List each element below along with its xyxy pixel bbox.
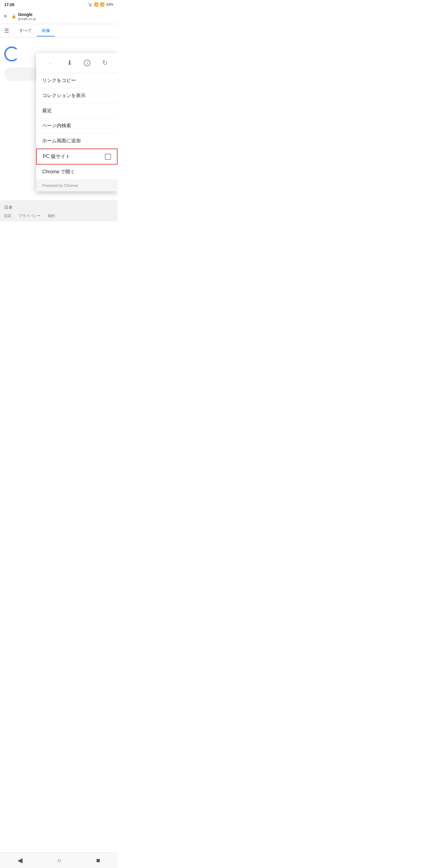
hamburger-icon[interactable]: ☰ bbox=[4, 27, 9, 34]
menu-item-show-collections-label: コレクションを表示 bbox=[42, 93, 86, 99]
menu-item-show-collections[interactable]: コレクションを表示 bbox=[36, 88, 118, 103]
privacy-link[interactable]: プライバシー bbox=[19, 213, 40, 218]
forward-icon[interactable]: → bbox=[44, 58, 55, 68]
terms-link[interactable]: 規約 bbox=[48, 213, 55, 218]
battery-level: 43% bbox=[106, 2, 113, 7]
menu-item-find-in-page[interactable]: ページ内検索 bbox=[36, 119, 118, 133]
lock-icon: 🔒 bbox=[11, 14, 16, 19]
menu-item-add-to-home-label: ホーム画面に追加 bbox=[42, 138, 81, 144]
tab-bar: ☰ すべて 画像 bbox=[0, 24, 118, 37]
status-time: 17:28 bbox=[4, 2, 14, 7]
google-logo-partial bbox=[4, 46, 19, 61]
dropdown-actions-row: → ⬇ i ↻ bbox=[36, 53, 118, 73]
menu-item-desktop-site[interactable]: PC 版サイト bbox=[36, 149, 118, 164]
tab-images[interactable]: 画像 bbox=[37, 25, 55, 36]
signal-icon: 📶 bbox=[100, 2, 104, 7]
menu-item-open-in-chrome[interactable]: Chrome で開く bbox=[36, 164, 118, 180]
footer-links: 設定 プライバシー 規約 bbox=[4, 213, 113, 218]
menu-item-desktop-site-label: PC 版サイト bbox=[43, 153, 70, 160]
page-title: Google bbox=[18, 12, 114, 17]
browser-header: × 🔒 Google google.co.jp bbox=[0, 8, 118, 24]
page-footer: 日本 設定 プライバシー 規約 bbox=[0, 200, 118, 221]
wifi-icon: 📶 bbox=[94, 2, 98, 7]
download-icon[interactable]: ⬇ bbox=[64, 58, 75, 68]
dropdown-menu: → ⬇ i ↻ リンクをコピー コレクションを表示 最近 ページ内検索 ホーム画… bbox=[36, 53, 118, 191]
menu-item-recent-label: 最近 bbox=[42, 107, 52, 114]
status-icons: 📡 📶 📶 43% bbox=[88, 2, 113, 7]
menu-item-add-to-home[interactable]: ホーム画面に追加 bbox=[36, 133, 118, 149]
main-content: → ⬇ i ↻ リンクをコピー コレクションを表示 最近 ページ内検索 ホーム画… bbox=[0, 37, 118, 158]
refresh-icon[interactable]: ↻ bbox=[100, 58, 110, 68]
menu-item-recent[interactable]: 最近 bbox=[36, 103, 118, 119]
menu-item-find-in-page-label: ページ内検索 bbox=[42, 123, 71, 129]
close-button[interactable]: × bbox=[4, 13, 7, 20]
dropdown-footer: Powered by Chrome bbox=[36, 180, 118, 191]
menu-item-copy-link[interactable]: リンクをコピー bbox=[36, 73, 118, 88]
status-bar: 17:28 📡 📶 📶 43% bbox=[0, 0, 118, 8]
menu-item-open-in-chrome-label: Chrome で開く bbox=[42, 169, 75, 175]
cast-icon: 📡 bbox=[88, 2, 93, 7]
url-area[interactable]: Google google.co.jp bbox=[18, 12, 114, 21]
menu-item-copy-link-label: リンクをコピー bbox=[42, 78, 76, 84]
footer-country: 日本 bbox=[4, 205, 113, 210]
tab-all[interactable]: すべて bbox=[14, 25, 37, 36]
powered-by-label: Powered by Chrome bbox=[42, 183, 78, 188]
settings-link[interactable]: 設定 bbox=[4, 213, 11, 218]
desktop-site-checkbox[interactable] bbox=[105, 154, 111, 160]
info-icon[interactable]: i bbox=[84, 60, 90, 66]
page-url: google.co.jp bbox=[18, 17, 114, 21]
